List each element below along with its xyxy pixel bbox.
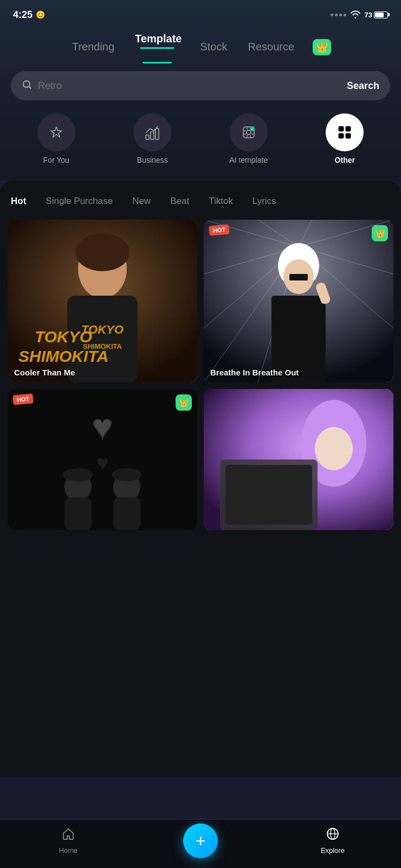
nav-item-template-wrap: Template xyxy=(133,33,182,61)
category-ai-template[interactable]: + AI template xyxy=(203,113,294,164)
category-business[interactable]: Business xyxy=(107,113,198,164)
category-ai-template-label: AI template xyxy=(229,156,268,164)
svg-rect-2 xyxy=(151,132,154,139)
svg-rect-8 xyxy=(339,126,344,131)
sub-tab-lyrics[interactable]: Lyrics xyxy=(243,192,286,211)
template-card-1-image: TOKYO SHIMOKITA xyxy=(8,220,197,382)
template-card-3-image: ♥ ♥ xyxy=(8,389,197,530)
svg-point-5 xyxy=(247,130,251,135)
svg-rect-10 xyxy=(339,133,344,138)
svg-point-0 xyxy=(23,81,30,87)
sub-tab-beat[interactable]: Beat xyxy=(160,192,199,211)
template-card-2-image xyxy=(204,220,393,382)
svg-rect-11 xyxy=(346,133,351,138)
home-icon xyxy=(61,827,75,844)
svg-rect-33 xyxy=(289,274,308,280)
category-for-you-label: For You xyxy=(43,156,69,164)
premium-crown-icon[interactable]: 👑 xyxy=(313,39,331,55)
template-card-3[interactable]: HOT 👑 ♥ ♥ xyxy=(8,389,197,530)
status-bar: 4:25 😊 73 xyxy=(0,0,401,27)
status-icons: 73 xyxy=(331,10,388,19)
business-icon xyxy=(133,113,171,151)
svg-point-42 xyxy=(63,468,93,481)
svg-text:♥: ♥ xyxy=(96,451,109,475)
nav-item-stock[interactable]: Stock xyxy=(198,37,229,56)
ai-template-icon: + xyxy=(230,113,268,151)
search-input[interactable] xyxy=(38,80,347,92)
svg-text:SHIMOKITA: SHIMOKITA xyxy=(83,342,122,350)
search-bar: Search xyxy=(11,71,390,100)
category-other[interactable]: Other xyxy=(300,113,391,164)
svg-rect-15 xyxy=(67,296,138,382)
svg-point-14 xyxy=(75,233,130,271)
category-list: For You Business xyxy=(0,100,401,175)
nav-item-resource[interactable]: Resource xyxy=(245,37,296,56)
status-time: 4:25 xyxy=(13,9,33,21)
category-business-label: Business xyxy=(137,156,168,164)
template-card-1[interactable]: TOKYO SHIMOKITA Cooler Than Me xyxy=(8,220,197,382)
sub-tab-new[interactable]: New xyxy=(122,192,160,211)
template-card-2[interactable]: HOT 👑 xyxy=(204,220,393,382)
nav-item-trending[interactable]: Trending xyxy=(70,37,117,56)
crown-badge-2: 👑 xyxy=(372,225,388,241)
other-icon xyxy=(326,113,364,151)
nav-active-indicator xyxy=(143,62,172,63)
svg-text:TOKYO: TOKYO xyxy=(81,323,124,336)
svg-rect-41 xyxy=(113,497,140,530)
nav-item-template[interactable]: Template xyxy=(133,29,182,64)
svg-rect-1 xyxy=(146,135,149,139)
for-you-icon xyxy=(37,113,75,151)
category-other-label: Other xyxy=(335,156,355,164)
svg-text:+: + xyxy=(251,127,253,131)
nav-home[interactable]: Home xyxy=(47,827,90,854)
search-icon xyxy=(22,79,33,93)
hot-badge-2: HOT xyxy=(209,224,230,235)
create-button[interactable]: + xyxy=(183,824,218,858)
sub-tab-tiktok[interactable]: Tiktok xyxy=(199,192,243,211)
svg-rect-39 xyxy=(64,497,92,530)
template-card-1-title: Cooler Than Me xyxy=(14,368,75,377)
template-card-4[interactable] xyxy=(204,389,393,530)
bottom-navigation: Home + Explore xyxy=(0,819,401,868)
top-navigation: Trending Template Stock Resource 👑 xyxy=(0,27,401,61)
template-card-4-image xyxy=(204,389,393,530)
status-emoji: 😊 xyxy=(36,10,45,19)
nav-explore[interactable]: Explore xyxy=(311,827,354,854)
explore-icon xyxy=(326,827,340,844)
svg-rect-9 xyxy=(346,126,351,131)
fab-icon: + xyxy=(196,832,206,850)
search-button[interactable]: Search xyxy=(347,80,379,92)
signal-icon xyxy=(331,14,346,16)
hot-badge-3: HOT xyxy=(12,393,34,405)
svg-rect-48 xyxy=(225,465,312,525)
nav-home-label: Home xyxy=(59,846,78,854)
template-grid: TOKYO SHIMOKITA Cooler Than Me HOT 👑 xyxy=(0,211,401,530)
wifi-icon xyxy=(350,10,361,19)
content-sheet: Hot Single Purchase New Beat Tiktok Lyri… xyxy=(0,181,401,777)
nav-explore-label: Explore xyxy=(321,846,345,854)
sub-tab-hot[interactable]: Hot xyxy=(11,192,36,211)
svg-rect-3 xyxy=(156,129,159,139)
template-card-2-title: Breathe In Breathe Out xyxy=(210,368,299,377)
sub-tab-list: Hot Single Purchase New Beat Tiktok Lyri… xyxy=(0,181,401,211)
category-for-you[interactable]: For You xyxy=(11,113,102,164)
svg-point-43 xyxy=(112,468,142,481)
svg-text:♥: ♥ xyxy=(93,409,112,445)
battery-icon: 73 xyxy=(365,11,388,19)
sub-tab-single-purchase[interactable]: Single Purchase xyxy=(36,192,122,211)
svg-point-46 xyxy=(315,427,353,470)
crown-badge-3: 👑 xyxy=(176,394,192,411)
